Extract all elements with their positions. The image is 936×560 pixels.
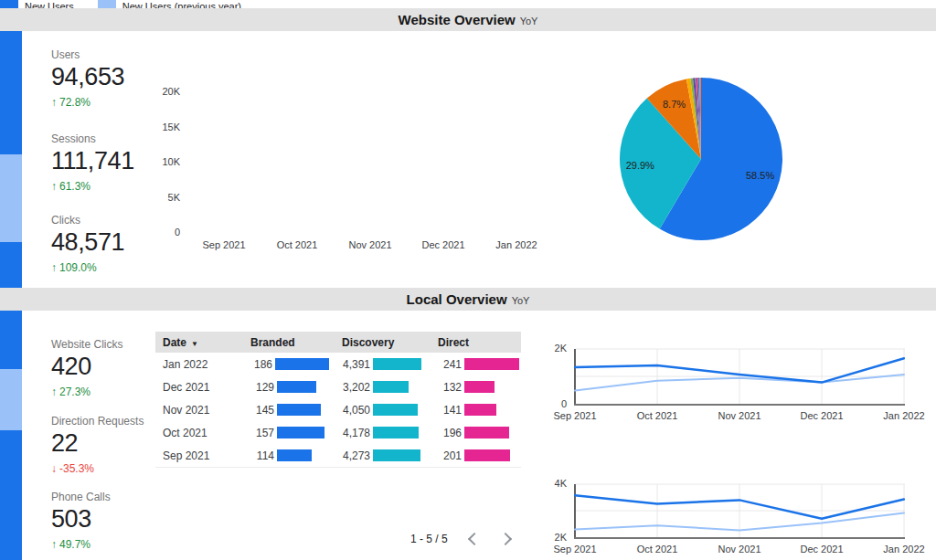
x-axis-tick: Jan 2022 [867,410,936,422]
cell-date: Jan 2022 [155,358,238,371]
cell-value: 3,202 [329,381,370,394]
trend-up-icon: ↑ [51,538,57,551]
x-axis-tick: Jan 2022 [480,239,553,251]
x-axis-tick: Oct 2021 [621,410,694,422]
previous-page-button[interactable] [468,533,481,545]
metric-value: 111,741 [51,147,134,175]
branded-bar [277,427,324,438]
metric-label: Clicks [51,214,124,227]
cell-discovery: 4,050 [329,404,425,417]
discovery-bar [373,381,409,393]
metric-label: Users [51,48,124,61]
discovery-bar [373,358,421,370]
branded-bar [277,381,316,393]
trend-up-icon: ↑ [51,180,57,193]
cell-value: 141 [425,404,462,417]
x-axis-tick: Dec 2021 [785,410,858,422]
section-title: Website Overview [399,12,516,27]
cell-value: 145 [238,404,274,417]
metric-label: Direction Requests [51,415,144,428]
cell-branded: 186 [238,358,329,371]
pie-slice-label: 58.5% [746,170,774,181]
x-axis-tick: Oct 2021 [261,239,334,251]
y-axis-tick: 4K [537,478,567,490]
discovery-bar [373,449,420,461]
section-header-website-overview: Website Overview YoY [0,8,936,31]
cell-value: 4,178 [329,427,370,439]
cell-value: 201 [425,449,462,462]
cell-value: 114 [238,449,274,462]
y-axis-tick: 5K [140,192,180,204]
y-axis-tick: 0 [537,398,567,410]
direct-bar [464,381,495,393]
y-axis-tick: 2K [537,343,567,354]
x-axis-tick: Sep 2021 [538,544,612,555]
scorecard-phone-calls: Phone Calls503↑49.7% [51,491,111,551]
cell-value: 4,050 [329,404,370,417]
cell-date: Nov 2021 [155,404,238,417]
cell-direct: 196 [425,427,521,439]
direct-bar [464,404,496,416]
sort-descending-icon: ▼ [191,340,198,348]
table-pagination: 1 - 5 / 5 [410,533,510,545]
x-axis-tick: Nov 2021 [703,410,776,422]
scorecard-direction-requests: Direction Requests22↓-35.3% [51,415,144,475]
x-axis-tick: Sep 2021 [187,239,261,251]
cell-value: 132 [425,381,462,394]
x-axis-tick: Nov 2021 [334,239,407,251]
x-axis-tick: Sep 2021 [538,410,612,422]
x-axis-tick: Jan 2022 [867,544,936,555]
cell-value: 157 [238,427,274,439]
trend-up-icon: ↑ [51,96,57,109]
metric-label: Phone Calls [51,491,111,503]
cell-branded: 157 [238,427,329,439]
column-header-date[interactable]: Date▼ [155,336,238,349]
cell-value: 186 [238,358,272,371]
pie-slice-label: 8.7% [663,99,686,110]
metric-delta: ↑109.0% [51,261,124,274]
y-axis-tick: 20K [140,86,180,98]
cell-discovery: 4,391 [329,358,425,371]
metric-delta: ↑27.3% [51,386,122,398]
x-axis-tick: Dec 2021 [785,544,858,555]
cell-value: 4,273 [329,449,370,462]
cell-direct: 141 [425,404,521,417]
cell-value: 241 [425,358,462,371]
metric-value: 48,571 [51,228,124,257]
x-axis-tick: Nov 2021 [703,544,776,555]
metric-value: 94,653 [51,63,124,91]
scorecard-sessions: Sessions111,741↑61.3% [51,132,134,193]
metric-delta: ↑61.3% [51,180,134,193]
column-header-branded: Branded [238,336,329,349]
branded-bar [277,449,312,461]
y-axis-tick: 2K [537,532,567,544]
cell-direct: 201 [425,449,521,462]
search-views-line-chart [574,483,905,540]
cell-discovery: 4,178 [329,427,425,439]
table-row: Jan 20221864,391241 [155,353,521,376]
direct-bar [464,427,509,438]
cell-value: 4,391 [329,358,370,371]
dashboard-canvas: Website Overview YoY Local Overview YoY … [0,0,936,560]
table-header: Date▼BrandedDiscoveryDirect [155,332,521,353]
section-header-local-overview: Local Overview YoY [0,288,936,311]
cell-value: 129 [238,381,274,394]
direct-bar [464,358,519,370]
table-row: Nov 20211454,050141 [155,398,521,422]
table-row: Sep 20211144,273201 [155,444,521,468]
column-header-discovery: Discovery [329,336,425,349]
bar-new-users-previous-year-sep-2021 [0,154,22,242]
metric-delta: ↑49.7% [51,538,111,551]
cell-date: Dec 2021 [155,381,238,394]
metric-value: 503 [51,505,111,534]
trend-up-icon: ↑ [51,386,57,398]
y-axis-tick: 15K [140,122,180,133]
table-row: Dec 20211293,202132 [155,375,521,399]
scorecard-users: Users94,653↑72.8% [51,48,124,109]
y-axis-tick: 0 [140,227,180,238]
branded-bar [275,358,329,370]
cell-branded: 114 [238,449,329,462]
next-page-button[interactable] [499,533,512,545]
cell-value: 196 [425,427,462,439]
discovery-bar [373,404,418,416]
